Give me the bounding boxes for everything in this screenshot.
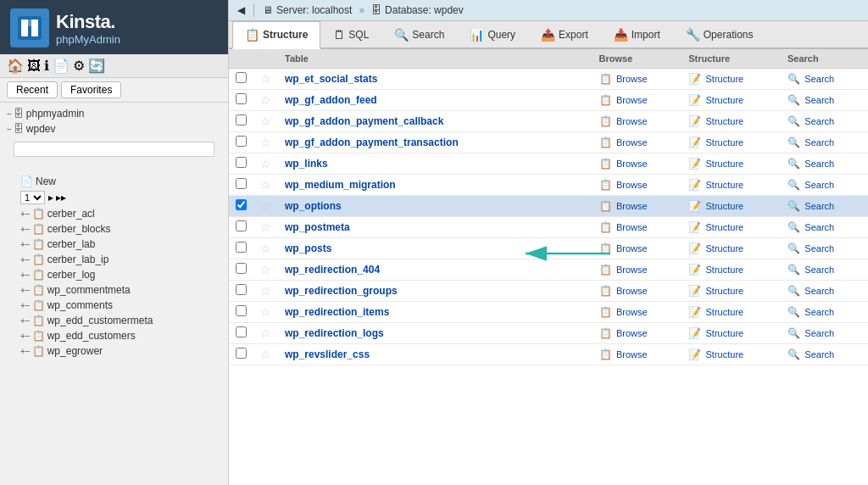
image-icon[interactable]: 🖼 bbox=[27, 59, 41, 74]
search-link-wp_revslider_css[interactable]: Search bbox=[804, 349, 834, 360]
structure-link-wp_postmeta[interactable]: Structure bbox=[706, 222, 744, 232]
toggle-wp_edd_customers[interactable]: +− bbox=[20, 332, 31, 341]
table-name-wp_revslider_css[interactable]: wp_revslider_css bbox=[278, 344, 542, 365]
star-icon-wp_medium_migration[interactable]: ☆ bbox=[260, 178, 271, 192]
browse-link-wp_et_social_stats[interactable]: Browse bbox=[616, 74, 648, 84]
toggle-cerber_blocks[interactable]: +− bbox=[20, 225, 31, 234]
back-arrow-icon[interactable]: ◀ bbox=[237, 4, 245, 16]
table-name-wp_redirection_groups[interactable]: wp_redirection_groups bbox=[278, 281, 542, 302]
browse-link-wp_gf_addon_feed[interactable]: Browse bbox=[616, 95, 648, 105]
toggle-cerber_acl[interactable]: +− bbox=[20, 209, 31, 219]
toggle-phpmyadmin[interactable]: − bbox=[7, 109, 12, 119]
home-icon[interactable]: 🏠 bbox=[7, 58, 24, 74]
toggle-cerber_lab[interactable]: +− bbox=[20, 240, 31, 249]
tree-filter-input[interactable] bbox=[14, 142, 214, 157]
row-checkbox-wp_links[interactable] bbox=[236, 157, 247, 168]
row-checkbox-wp_medium_migration[interactable] bbox=[236, 178, 247, 189]
sidebar-item-cerber_blocks[interactable]: +− 📋 cerber_blocks bbox=[0, 221, 228, 237]
search-link-wp_redirection_logs[interactable]: Search bbox=[804, 328, 834, 338]
search-link-wp_links[interactable]: Search bbox=[804, 159, 834, 169]
browse-link-wp_gf_addon_payment_transaction[interactable]: Browse bbox=[616, 137, 648, 148]
toggle-cerber_lab_ip[interactable]: +− bbox=[20, 255, 31, 265]
browse-link-wp_revslider_css[interactable]: Browse bbox=[616, 349, 648, 360]
row-checkbox-wp_redirection_404[interactable] bbox=[236, 263, 247, 274]
star-icon-wp_redirection_logs[interactable]: ☆ bbox=[260, 326, 271, 340]
sidebar-item-new[interactable]: 📄 New bbox=[0, 174, 228, 189]
table-name-wp_gf_addon_feed[interactable]: wp_gf_addon_feed bbox=[278, 90, 542, 111]
search-link-wp_gf_addon_feed[interactable]: Search bbox=[804, 95, 834, 105]
search-link-wp_posts[interactable]: Search bbox=[804, 243, 834, 254]
sidebar-item-wpdev[interactable]: − 🗄 wpdev bbox=[0, 121, 228, 137]
info-icon[interactable]: ℹ bbox=[44, 58, 49, 74]
structure-link-wp_et_social_stats[interactable]: Structure bbox=[706, 74, 744, 84]
table-name-wp_redirection_items[interactable]: wp_redirection_items bbox=[278, 302, 542, 323]
search-link-wp_options[interactable]: Search bbox=[804, 201, 834, 211]
browse-link-wp_medium_migration[interactable]: Browse bbox=[616, 180, 648, 190]
table-name-wp_medium_migration[interactable]: wp_medium_migration bbox=[278, 175, 542, 196]
row-checkbox-wp_revslider_css[interactable] bbox=[236, 348, 247, 359]
row-checkbox-wp_gf_addon_feed[interactable] bbox=[236, 93, 247, 104]
browse-link-wp_posts[interactable]: Browse bbox=[616, 243, 648, 254]
table-name-wp_redirection_logs[interactable]: wp_redirection_logs bbox=[278, 323, 542, 344]
star-icon-wp_gf_addon_payment_transaction[interactable]: ☆ bbox=[260, 136, 271, 149]
structure-link-wp_medium_migration[interactable]: Structure bbox=[706, 180, 744, 190]
search-link-wp_gf_addon_payment_transaction[interactable]: Search bbox=[804, 137, 834, 148]
sidebar-item-wp_egrower[interactable]: +− 📋 wp_egrower bbox=[0, 343, 228, 359]
tab-operations[interactable]: 🔧 Operations bbox=[673, 21, 766, 47]
row-checkbox-wp_options[interactable] bbox=[236, 199, 247, 210]
table-name-wp_postmeta[interactable]: wp_postmeta bbox=[278, 217, 542, 238]
refresh-icon[interactable]: 🔄 bbox=[88, 58, 105, 74]
structure-link-wp_redirection_groups[interactable]: Structure bbox=[706, 286, 744, 296]
sidebar-item-cerber_lab_ip[interactable]: +− 📋 cerber_lab_ip bbox=[0, 252, 228, 267]
toggle-wp_commentmeta[interactable]: +− bbox=[20, 286, 31, 295]
tab-import[interactable]: 📥 Import bbox=[601, 21, 673, 47]
star-icon-wp_gf_addon_feed[interactable]: ☆ bbox=[260, 93, 271, 107]
row-checkbox-wp_redirection_items[interactable] bbox=[236, 305, 247, 316]
structure-link-wp_options[interactable]: Structure bbox=[706, 201, 744, 211]
search-link-wp_postmeta[interactable]: Search bbox=[804, 222, 834, 232]
browse-link-wp_redirection_logs[interactable]: Browse bbox=[616, 328, 648, 338]
sidebar-item-wp_comments[interactable]: +− 📋 wp_comments bbox=[0, 298, 228, 313]
recent-tab[interactable]: Recent bbox=[7, 81, 58, 98]
row-checkbox-wp_et_social_stats[interactable] bbox=[236, 72, 247, 83]
table-name-wp_options[interactable]: wp_options bbox=[278, 196, 542, 217]
search-link-wp_medium_migration[interactable]: Search bbox=[804, 180, 834, 190]
row-checkbox-wp_redirection_logs[interactable] bbox=[236, 326, 247, 337]
star-icon-wp_et_social_stats[interactable]: ☆ bbox=[260, 72, 271, 86]
table-name-wp_posts[interactable]: wp_posts bbox=[278, 238, 542, 259]
sidebar-item-wp_edd_customermeta[interactable]: +− 📋 wp_edd_customermeta bbox=[0, 313, 228, 328]
structure-link-wp_links[interactable]: Structure bbox=[706, 159, 744, 169]
sidebar-item-cerber_log[interactable]: +− 📋 cerber_log bbox=[0, 267, 228, 282]
toggle-wp_egrower[interactable]: +− bbox=[20, 347, 31, 356]
favorites-tab[interactable]: Favorites bbox=[61, 81, 121, 98]
star-icon-wp_redirection_groups[interactable]: ☆ bbox=[260, 284, 271, 298]
sidebar-item-wp_edd_customers[interactable]: +− 📋 wp_edd_customers bbox=[0, 328, 228, 343]
row-checkbox-wp_redirection_groups[interactable] bbox=[236, 284, 247, 295]
star-icon-wp_posts[interactable]: ☆ bbox=[260, 242, 271, 255]
star-icon-wp_gf_addon_payment_callback[interactable]: ☆ bbox=[260, 114, 271, 128]
star-icon-wp_revslider_css[interactable]: ☆ bbox=[260, 348, 271, 361]
structure-link-wp_revslider_css[interactable]: Structure bbox=[706, 349, 744, 360]
search-link-wp_redirection_groups[interactable]: Search bbox=[804, 286, 834, 296]
browse-link-wp_redirection_groups[interactable]: Browse bbox=[616, 286, 648, 296]
tab-sql[interactable]: 🗒 SQL bbox=[320, 21, 381, 47]
structure-link-wp_redirection_logs[interactable]: Structure bbox=[706, 328, 744, 338]
browse-link-wp_links[interactable]: Browse bbox=[616, 159, 648, 169]
table-name-wp_redirection_404[interactable]: wp_redirection_404 bbox=[278, 259, 542, 281]
browse-link-wp_postmeta[interactable]: Browse bbox=[616, 222, 648, 232]
structure-link-wp_redirection_404[interactable]: Structure bbox=[706, 265, 744, 275]
row-checkbox-wp_gf_addon_payment_callback[interactable] bbox=[236, 114, 247, 125]
structure-link-wp_gf_addon_feed[interactable]: Structure bbox=[706, 95, 744, 105]
tab-export[interactable]: 📤 Export bbox=[528, 21, 601, 47]
table-name-wp_gf_addon_payment_callback[interactable]: wp_gf_addon_payment_callback bbox=[278, 111, 542, 132]
sidebar-item-phpmyadmin[interactable]: − 🗄 phpmyadmin bbox=[0, 106, 228, 121]
row-checkbox-wp_postmeta[interactable] bbox=[236, 220, 247, 231]
gear-icon[interactable]: ⚙ bbox=[73, 58, 85, 74]
tab-search[interactable]: 🔍 Search bbox=[381, 21, 457, 47]
row-checkbox-wp_gf_addon_payment_transaction[interactable] bbox=[236, 136, 247, 147]
next-page-btn[interactable]: ▸ ▸▸ bbox=[48, 192, 66, 203]
page-select[interactable]: 1 bbox=[20, 191, 45, 204]
structure-link-wp_redirection_items[interactable]: Structure bbox=[706, 307, 744, 317]
doc-icon[interactable]: 📄 bbox=[53, 58, 70, 74]
structure-link-wp_gf_addon_payment_callback[interactable]: Structure bbox=[706, 116, 744, 126]
